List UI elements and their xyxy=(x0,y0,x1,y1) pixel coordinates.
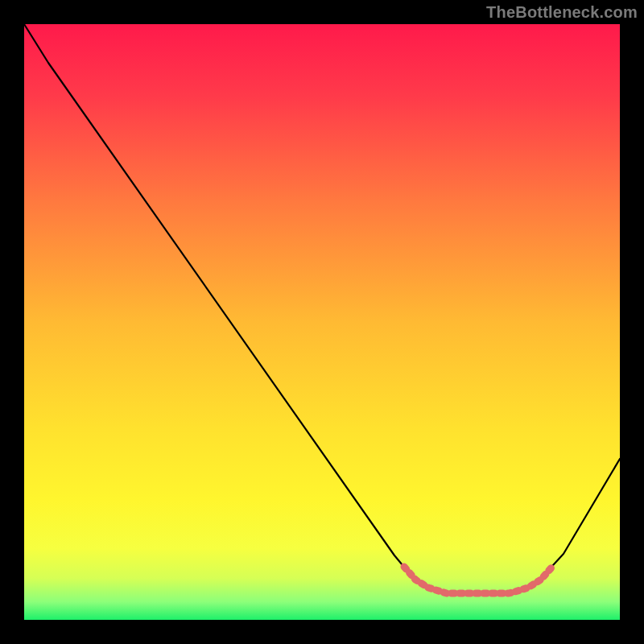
plot-background xyxy=(24,24,620,620)
chart-container: TheBottleneck.com xyxy=(0,0,644,644)
chart-svg xyxy=(0,0,644,644)
